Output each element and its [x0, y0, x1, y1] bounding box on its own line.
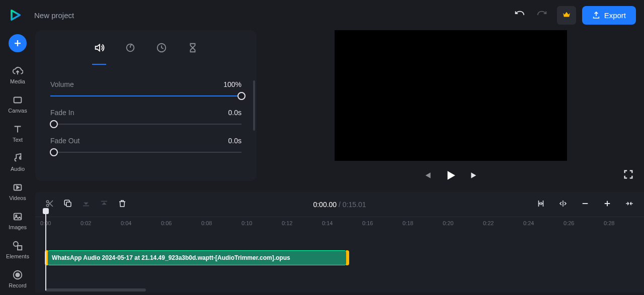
ruler-tick: 0:12 [282, 220, 292, 226]
scissors-icon [45, 199, 54, 208]
add-button[interactable] [9, 34, 27, 52]
record-icon [12, 269, 23, 280]
play-icon [444, 169, 457, 182]
target-icon [125, 42, 136, 53]
copy-button[interactable] [61, 197, 74, 212]
properties-body: Volume 100% Fade In 0.0s Fade Out 0.0s [35, 65, 257, 153]
prev-button[interactable] [422, 170, 432, 182]
fadeout-value: 0.0s [228, 137, 242, 145]
audio-clip[interactable]: WhatsApp Audio 2024-05-17 at 21.14.49_92… [47, 250, 347, 265]
clock-icon [156, 42, 167, 53]
tab-speed[interactable] [122, 39, 139, 58]
ruler-tick: 0:02 [80, 220, 91, 226]
skip-back-icon [422, 170, 432, 180]
sidebar-item-images[interactable]: Images [0, 207, 35, 234]
ruler-tick: 0:22 [483, 220, 494, 226]
play-button[interactable] [444, 169, 457, 183]
line-down-icon [100, 199, 109, 208]
sidebar-label: Elements [6, 253, 29, 259]
split-view-button[interactable] [556, 197, 570, 212]
svg-rect-11 [66, 202, 71, 207]
skip-forward-icon [469, 170, 479, 180]
zoom-out-button[interactable] [579, 197, 592, 212]
app-logo[interactable] [8, 8, 22, 22]
fadeout-label: Fade Out [50, 137, 79, 145]
ruler-tick: 0:06 [161, 220, 172, 226]
clip-label: WhatsApp Audio 2024-05-17 at 21.14.49_92… [52, 254, 290, 261]
fadein-slider[interactable] [50, 124, 242, 125]
svg-point-6 [16, 273, 19, 276]
slider-thumb[interactable] [50, 148, 58, 156]
fullscreen-icon [623, 169, 634, 180]
current-time: 0:00.00 [313, 201, 337, 209]
ruler-tick: 0:16 [362, 220, 373, 226]
upload-icon [592, 11, 600, 19]
timeline-time: 0:00.00 / 0:15.01 [313, 201, 366, 209]
fit-button[interactable] [623, 197, 636, 212]
ruler-tick: 0:14 [322, 220, 333, 226]
layer-up-button[interactable] [79, 197, 93, 212]
split-view-icon [558, 199, 568, 208]
ruler-tick: 0:10 [242, 220, 252, 226]
sidebar-label: Text [13, 137, 23, 143]
volume-slider[interactable] [50, 95, 242, 96]
properties-tabs [35, 30, 257, 65]
snap-icon [536, 199, 545, 208]
sidebar-item-record[interactable]: Record [0, 265, 35, 292]
fullscreen-button[interactable] [623, 169, 634, 181]
sidebar-item-elements[interactable]: Elements [0, 236, 35, 263]
sidebar-item-media[interactable]: Media [0, 61, 35, 88]
shapes-icon [12, 240, 23, 251]
ruler-tick: 0:18 [403, 220, 413, 226]
sidebar-label: Media [10, 78, 25, 84]
tab-volume[interactable] [91, 39, 108, 58]
cloud-upload-icon [12, 65, 23, 76]
timeline-toolbar: 0:00.00 / 0:15.01 [35, 192, 644, 217]
delete-button[interactable] [116, 197, 129, 212]
panel-scrollbar[interactable] [253, 80, 255, 131]
volume-control: Volume 100% [50, 80, 242, 96]
redo-button [534, 6, 551, 25]
svg-rect-0 [14, 97, 22, 103]
project-title[interactable]: New project [34, 11, 511, 20]
slider-thumb[interactable] [50, 120, 58, 128]
sidebar: Media Canvas Text Audio Videos Images El… [0, 30, 35, 295]
playback-controls [335, 166, 567, 186]
minus-icon [581, 199, 590, 208]
fadein-value: 0.0s [228, 109, 242, 117]
line-up-icon [82, 199, 91, 208]
undo-button[interactable] [511, 6, 528, 25]
canvas-icon [12, 94, 23, 106]
video-preview[interactable] [335, 30, 567, 161]
export-label: Export [604, 11, 626, 20]
timeline-scrollbar[interactable] [45, 288, 146, 291]
tab-duration[interactable] [184, 39, 201, 58]
ruler-tick: 0:08 [201, 220, 212, 226]
timeline-ruler[interactable]: 0:000:020:040:060:080:100:120:140:160:18… [35, 217, 644, 229]
fadein-label: Fade In [50, 109, 74, 117]
sidebar-item-canvas[interactable]: Canvas [0, 90, 35, 118]
svg-point-10 [46, 205, 49, 207]
sidebar-label: Images [9, 224, 27, 230]
zoom-in-button[interactable] [601, 197, 614, 212]
layer-down-button[interactable] [98, 197, 111, 212]
clip-handle-right[interactable] [346, 250, 349, 265]
plus-icon [13, 39, 22, 48]
sidebar-item-videos[interactable]: Videos [0, 178, 35, 205]
sidebar-item-audio[interactable]: Audio [0, 149, 35, 176]
sidebar-label: Videos [9, 195, 26, 201]
ruler-tick: 0:20 [443, 220, 453, 226]
playhead[interactable] [45, 210, 46, 290]
upgrade-button[interactable] [557, 6, 576, 25]
fadein-control: Fade In 0.0s [50, 109, 242, 125]
tab-timing[interactable] [153, 39, 170, 58]
snap-button[interactable] [534, 197, 547, 212]
sidebar-item-text[interactable]: Text [0, 120, 35, 147]
next-button[interactable] [469, 170, 479, 182]
hourglass-icon [187, 42, 198, 53]
slider-thumb[interactable] [237, 92, 246, 100]
sidebar-label: Record [9, 282, 26, 288]
export-button[interactable]: Export [582, 6, 636, 25]
fadeout-slider[interactable] [50, 152, 242, 153]
text-icon [12, 124, 23, 135]
